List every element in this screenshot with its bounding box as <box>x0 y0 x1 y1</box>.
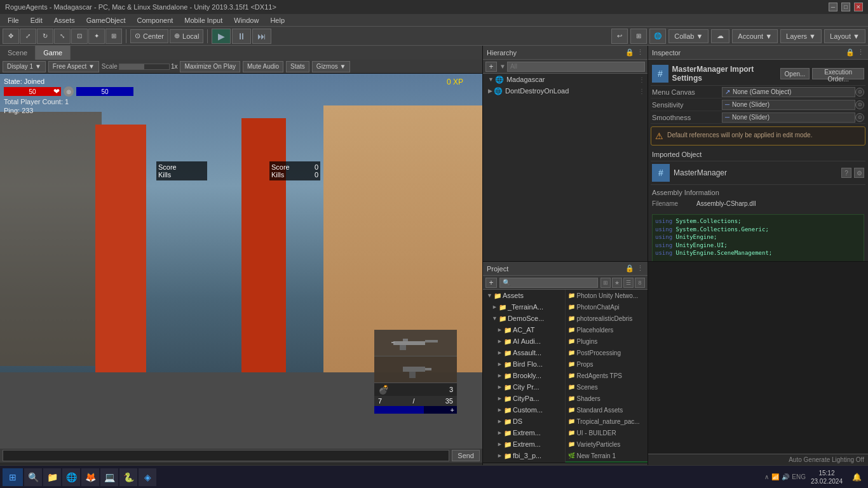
file-postprocessing[interactable]: 📁 PostProcessing <box>566 347 648 358</box>
close-button[interactable]: ✕ <box>854 3 863 11</box>
project-lock-icon[interactable]: 🔒 <box>625 264 634 273</box>
tree-item-fbi3p[interactable]: ► 📁 fbi_3_p... <box>483 450 565 461</box>
custom-tool[interactable]: ⊞ <box>105 29 122 44</box>
gizmos-dropdown[interactable]: Gizmos ▼ <box>312 61 351 72</box>
menu-edit[interactable]: Edit <box>25 15 48 25</box>
aspect-dropdown[interactable]: Free Aspect ▼ <box>48 61 99 72</box>
tree-item-acat[interactable]: ► 📁 AC_AT <box>483 324 565 336</box>
menu-help[interactable]: Help <box>265 15 290 25</box>
tab-game[interactable]: Game <box>36 46 71 60</box>
tree-item-assets-root[interactable]: ▼ 📁 Assets <box>483 290 565 301</box>
taskbar-search-icon[interactable]: 🔍 <box>24 468 42 486</box>
project-sort-button[interactable]: ⊞ <box>600 278 611 288</box>
file-props[interactable]: 📁 Props <box>566 358 648 370</box>
project-add-button[interactable]: + <box>485 278 497 288</box>
file-photorealistic[interactable]: 📁 photorealisticDebris <box>566 313 648 324</box>
project-filter-button[interactable]: ★ <box>612 278 622 288</box>
taskbar-pycharm-icon[interactable]: 💻 <box>100 468 118 486</box>
file-plugins[interactable]: 📁 Plugins <box>566 336 648 347</box>
systray-net-icon[interactable]: 📶 <box>771 473 779 480</box>
file-photonchat[interactable]: 📁 PhotonChatApi <box>566 301 648 313</box>
hand-tool[interactable]: ✥ <box>3 29 19 44</box>
menu-file[interactable]: File <box>3 15 24 25</box>
execution-order-button[interactable]: Execution Order... <box>812 68 864 79</box>
tree-item-custom[interactable]: ► 📁 Custom... <box>483 404 565 416</box>
cloud-button[interactable]: ☁ <box>711 29 729 43</box>
transform-tool[interactable]: ✦ <box>88 29 105 44</box>
taskbar-python-icon[interactable]: 🐍 <box>119 468 137 486</box>
display-dropdown[interactable]: Display 1 ▼ <box>3 61 46 72</box>
tab-scene[interactable]: Scene <box>0 46 36 60</box>
menu-window[interactable]: Window <box>229 15 264 25</box>
taskbar-files-icon[interactable]: 📁 <box>43 468 61 486</box>
undo-btn[interactable]: ↩ <box>611 29 628 44</box>
inspector-lock-icon[interactable]: 🔒 <box>846 48 855 57</box>
hierarchy-search[interactable] <box>507 62 645 72</box>
file-shaders[interactable]: 📁 Shaders <box>566 393 648 404</box>
send-button[interactable]: Send <box>452 450 480 461</box>
start-button[interactable]: ⊞ <box>3 468 23 486</box>
tree-item-demoscene[interactable]: ▼ 📁 DemoSce... <box>483 313 565 324</box>
file-new-terrain-1[interactable]: 🌿 New Terrain 1 <box>566 450 648 461</box>
hierarchy-dropdown-arrow[interactable]: ▼ <box>499 63 506 70</box>
step-button[interactable]: ⏭ <box>252 29 271 44</box>
account-button[interactable]: Account ▼ <box>732 29 778 43</box>
pause-button[interactable]: ⏸ <box>232 29 251 44</box>
menu-mobile-input[interactable]: Mobile Input <box>179 15 227 25</box>
maximize-on-play[interactable]: Maximize On Play <box>180 61 240 72</box>
tree-item-extrem1[interactable]: ► 📁 Extrem... <box>483 427 565 438</box>
file-variety[interactable]: 📁 VarietyParticles <box>566 438 648 450</box>
open-button[interactable]: Open... <box>780 68 810 79</box>
pivot-dropdown[interactable]: ⊙ Center <box>130 29 168 43</box>
move-tool[interactable]: ⤢ <box>20 29 36 44</box>
tree-item-brookly[interactable]: ► 📁 Brookly... <box>483 370 565 381</box>
prop-circle-btn-3[interactable]: ⊙ <box>855 113 864 122</box>
hierarchy-item-options[interactable]: ⋮ <box>639 76 648 83</box>
rotate-tool[interactable]: ↻ <box>37 29 53 44</box>
snap-btn[interactable]: ⊞ <box>630 29 647 44</box>
hierarchy-more-icon[interactable]: ⋮ <box>637 48 644 57</box>
menu-gameobject[interactable]: GameObject <box>81 15 131 25</box>
stats-button[interactable]: Stats <box>286 61 309 72</box>
file-photon-unity[interactable]: 📁 Photon Unity Netwo... <box>566 290 648 301</box>
mute-audio-button[interactable]: Mute Audio <box>243 61 283 72</box>
global-btn[interactable]: 🌐 <box>649 29 666 44</box>
project-more-icon[interactable]: ⋮ <box>637 264 644 273</box>
tree-item-ds[interactable]: ► 📁 DS <box>483 416 565 427</box>
prop-circle-btn-2[interactable]: ⊙ <box>855 100 864 109</box>
space-dropdown[interactable]: ⊕ Local <box>170 29 203 43</box>
taskbar-edge-icon[interactable]: 🌐 <box>62 468 80 486</box>
file-placeholders[interactable]: 📁 Placeholders <box>566 324 648 336</box>
tree-item-citypa[interactable]: ► 📁 CityPa... <box>483 393 565 404</box>
hierarchy-add-button[interactable]: + <box>485 62 497 72</box>
imported-gear-button[interactable]: ⚙ <box>854 168 864 178</box>
maximize-button[interactable]: □ <box>841 3 850 11</box>
collab-button[interactable]: Collab ▼ <box>668 29 709 43</box>
tree-item-terrain[interactable]: ► 📁 _TerrainA... <box>483 301 565 313</box>
tree-item-citypr[interactable]: ► 📁 City Pr... <box>483 381 565 393</box>
tree-item-aiaudi[interactable]: ► 📁 AI Audi... <box>483 336 565 347</box>
rect-tool[interactable]: ⊡ <box>71 29 88 44</box>
scale-tool[interactable]: ⤡ <box>54 29 71 44</box>
play-button[interactable]: ▶ <box>212 29 231 44</box>
taskbar-firefox-icon[interactable]: 🦊 <box>81 468 99 486</box>
tree-item-extrem2[interactable]: ► 📁 Extrem... <box>483 438 565 450</box>
menu-component[interactable]: Component <box>132 15 178 25</box>
systray-vol-icon[interactable]: 🔊 <box>782 473 789 480</box>
chat-input[interactable] <box>3 450 449 461</box>
project-search[interactable] <box>499 278 598 288</box>
minimize-button[interactable]: ─ <box>829 3 837 11</box>
hierarchy-item-madagascar[interactable]: ▼ 🌐 Madagascar ⋮ <box>483 74 648 85</box>
menu-assets[interactable]: Assets <box>49 15 80 25</box>
inspector-more-icon[interactable]: ⋮ <box>857 48 864 57</box>
hierarchy-item-options-2[interactable]: ⋮ <box>639 88 648 95</box>
notification-button[interactable]: 🔔 <box>848 468 865 486</box>
file-scenes[interactable]: 📁 Scenes <box>566 381 648 393</box>
prop-circle-btn-1[interactable]: ⊙ <box>855 88 864 97</box>
file-redagents[interactable]: 📁 RedAgents TPS <box>566 370 648 381</box>
file-ui-builder[interactable]: 📁 UI - BUILDER <box>566 427 648 438</box>
scale-bar[interactable] <box>119 64 170 70</box>
layout-button[interactable]: Layout ▼ <box>824 29 865 43</box>
systray-show-icon[interactable]: ∧ <box>764 473 769 480</box>
hierarchy-lock-icon[interactable]: 🔒 <box>625 48 634 57</box>
